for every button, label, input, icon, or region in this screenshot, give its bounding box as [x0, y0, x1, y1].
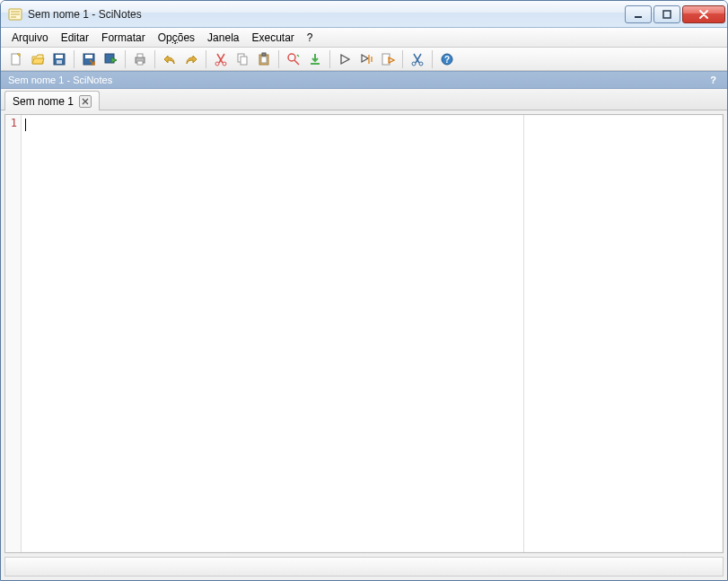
toolbar-separator	[206, 50, 206, 68]
toolbar-separator	[154, 50, 155, 68]
print-button[interactable]	[130, 49, 150, 69]
menu-formatar[interactable]: Formatar	[96, 30, 151, 46]
save-as-button[interactable]	[79, 49, 99, 69]
svg-rect-23	[311, 63, 320, 65]
save-run-button[interactable]	[101, 49, 120, 69]
text-cursor	[25, 119, 26, 131]
paste-button[interactable]	[254, 49, 274, 69]
close-button[interactable]	[682, 5, 725, 23]
cut-button[interactable]	[211, 49, 231, 69]
svg-rect-9	[85, 55, 92, 58]
document-header-bar: Sem nome 1 - SciNotes ?	[1, 71, 727, 89]
preferences-button[interactable]	[408, 49, 427, 69]
content-area: 1	[1, 110, 727, 580]
execute-button[interactable]	[335, 49, 355, 69]
maximize-button[interactable]	[653, 5, 680, 23]
help-button[interactable]: ?	[437, 49, 457, 69]
toolbar-separator	[74, 50, 75, 68]
svg-point-28	[412, 62, 416, 66]
toolbar-separator	[125, 50, 126, 68]
svg-point-29	[419, 62, 423, 66]
copy-button[interactable]	[232, 49, 252, 69]
tab-label: Sem nome 1	[13, 95, 74, 108]
toolbar-separator	[329, 50, 330, 68]
svg-rect-14	[137, 61, 143, 65]
toolbar-separator	[432, 50, 433, 68]
tab-strip: Sem nome 1	[1, 89, 727, 110]
line-number: 1	[5, 117, 17, 129]
svg-rect-18	[241, 57, 247, 65]
window-controls	[625, 5, 725, 23]
svg-rect-7	[57, 60, 62, 64]
new-file-button[interactable]	[6, 49, 26, 69]
svg-rect-6	[56, 55, 63, 58]
svg-rect-1	[635, 16, 642, 18]
document-header-title: Sem nome 1 - SciNotes	[8, 75, 112, 85]
import-button[interactable]	[305, 49, 325, 69]
open-file-button[interactable]	[28, 49, 48, 69]
toolbar-separator	[402, 50, 403, 68]
app-icon	[8, 7, 22, 22]
tab-close-button[interactable]	[79, 95, 92, 108]
toolbar-separator	[278, 50, 279, 68]
svg-rect-21	[262, 53, 266, 56]
svg-rect-20	[261, 57, 267, 63]
menu-executar[interactable]: Executar	[246, 30, 299, 46]
line-number-gutter: 1	[5, 115, 22, 552]
editor-right-pane	[524, 115, 723, 552]
svg-text:?: ?	[444, 55, 450, 65]
application-window: Sem nome 1 - SciNotes Arquivo Editar For…	[0, 0, 728, 581]
status-bar	[4, 557, 724, 577]
code-editor[interactable]	[22, 115, 524, 552]
editor-frame: 1	[4, 114, 724, 553]
svg-marker-25	[362, 55, 368, 62]
svg-point-22	[288, 54, 295, 61]
editor-body	[22, 115, 723, 552]
window-title: Sem nome 1 - SciNotes	[28, 8, 625, 21]
menu-arquivo[interactable]: Arquivo	[6, 30, 54, 46]
document-header-help[interactable]: ?	[706, 75, 720, 85]
document-tab[interactable]: Sem nome 1	[4, 91, 100, 110]
svg-rect-2	[663, 11, 671, 18]
save-button[interactable]	[49, 49, 69, 69]
undo-button[interactable]	[160, 49, 180, 69]
menu-opcoes[interactable]: Opções	[153, 30, 200, 46]
redo-button[interactable]	[181, 49, 201, 69]
svg-point-15	[215, 62, 219, 66]
menu-janela[interactable]: Janela	[202, 30, 244, 46]
menu-help[interactable]: ?	[302, 30, 319, 46]
title-bar: Sem nome 1 - SciNotes	[1, 1, 727, 28]
svg-marker-24	[341, 55, 349, 64]
svg-point-16	[223, 62, 226, 66]
minimize-button[interactable]	[625, 5, 652, 23]
svg-rect-13	[137, 54, 143, 57]
menu-bar: Arquivo Editar Formatar Opções Janela Ex…	[1, 28, 727, 48]
execute-selection-button[interactable]	[356, 49, 376, 69]
menu-editar[interactable]: Editar	[56, 30, 94, 46]
execute-file-button[interactable]	[378, 49, 398, 69]
toolbar: ?	[1, 48, 727, 71]
find-button[interactable]	[284, 49, 303, 69]
